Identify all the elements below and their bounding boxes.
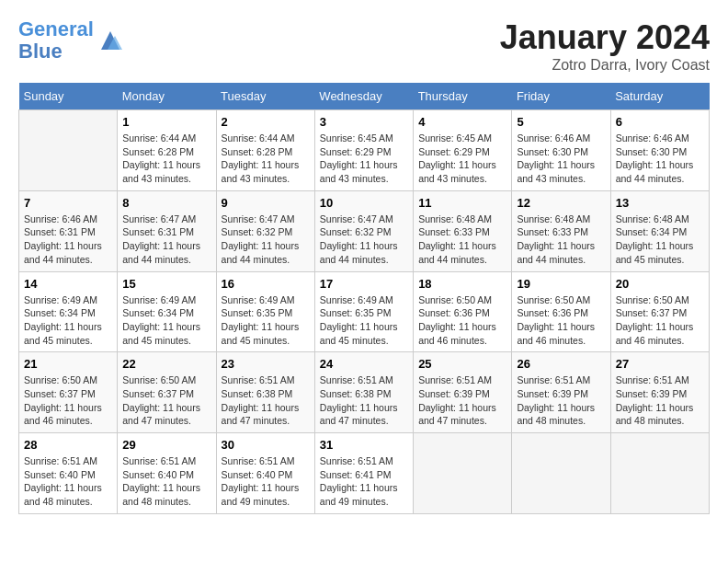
day-info: Sunrise: 6:49 AM Sunset: 6:34 PM Dayligh…: [24, 293, 112, 348]
day-number: 18: [418, 277, 506, 291]
day-info: Sunrise: 6:51 AM Sunset: 6:40 PM Dayligh…: [222, 454, 310, 509]
calendar-cell: 26Sunrise: 6:51 AM Sunset: 6:39 PM Dayli…: [512, 352, 610, 433]
day-number: 19: [517, 277, 605, 291]
header-day-wednesday: Wednesday: [314, 83, 413, 110]
calendar-cell: 12Sunrise: 6:48 AM Sunset: 6:33 PM Dayli…: [512, 190, 610, 271]
day-number: 12: [517, 196, 605, 210]
day-info: Sunrise: 6:44 AM Sunset: 6:28 PM Dayligh…: [122, 132, 210, 186]
day-number: 11: [418, 196, 506, 210]
calendar-cell: 28Sunrise: 6:51 AM Sunset: 6:40 PM Dayli…: [19, 433, 118, 514]
day-number: 25: [418, 357, 506, 371]
header-day-saturday: Saturday: [610, 83, 709, 110]
day-number: 9: [222, 196, 310, 210]
day-info: Sunrise: 6:51 AM Sunset: 6:38 PM Dayligh…: [320, 373, 408, 428]
page-header: GeneralBlue January 2024 Zotro Darra, Iv…: [18, 18, 710, 74]
day-info: Sunrise: 6:45 AM Sunset: 6:29 PM Dayligh…: [418, 132, 506, 186]
day-info: Sunrise: 6:47 AM Sunset: 6:32 PM Dayligh…: [222, 213, 310, 267]
day-info: Sunrise: 6:51 AM Sunset: 6:40 PM Dayligh…: [24, 454, 112, 509]
day-number: 29: [122, 438, 210, 452]
calendar-cell: 30Sunrise: 6:51 AM Sunset: 6:40 PM Dayli…: [216, 433, 314, 514]
day-number: 28: [24, 438, 112, 452]
calendar-table: SundayMondayTuesdayWednesdayThursdayFrid…: [18, 83, 710, 514]
day-number: 7: [24, 196, 112, 210]
day-number: 2: [222, 115, 310, 129]
day-number: 26: [517, 357, 605, 371]
calendar-cell: [610, 433, 709, 514]
day-info: Sunrise: 6:50 AM Sunset: 6:36 PM Dayligh…: [418, 293, 506, 348]
main-title: January 2024: [500, 18, 710, 57]
calendar-cell: 24Sunrise: 6:51 AM Sunset: 6:38 PM Dayli…: [314, 352, 413, 433]
calendar-cell: 6Sunrise: 6:46 AM Sunset: 6:30 PM Daylig…: [610, 110, 709, 191]
calendar-cell: 15Sunrise: 6:49 AM Sunset: 6:34 PM Dayli…: [118, 271, 216, 352]
week-row-3: 14Sunrise: 6:49 AM Sunset: 6:34 PM Dayli…: [19, 271, 710, 352]
day-info: Sunrise: 6:45 AM Sunset: 6:29 PM Dayligh…: [320, 132, 408, 186]
day-number: 10: [320, 196, 408, 210]
subtitle: Zotro Darra, Ivory Coast: [500, 57, 710, 74]
day-number: 8: [122, 196, 210, 210]
day-number: 22: [122, 357, 210, 371]
title-section: January 2024 Zotro Darra, Ivory Coast: [500, 18, 710, 74]
day-number: 23: [222, 357, 310, 371]
day-number: 17: [320, 277, 408, 291]
calendar-cell: 23Sunrise: 6:51 AM Sunset: 6:38 PM Dayli…: [216, 352, 314, 433]
day-info: Sunrise: 6:50 AM Sunset: 6:36 PM Dayligh…: [517, 293, 605, 348]
day-number: 1: [122, 115, 210, 129]
day-info: Sunrise: 6:51 AM Sunset: 6:39 PM Dayligh…: [517, 373, 605, 428]
day-info: Sunrise: 6:44 AM Sunset: 6:28 PM Dayligh…: [222, 132, 310, 186]
calendar-cell: 3Sunrise: 6:45 AM Sunset: 6:29 PM Daylig…: [314, 110, 413, 191]
calendar-cell: 8Sunrise: 6:47 AM Sunset: 6:31 PM Daylig…: [118, 190, 216, 271]
calendar-cell: 2Sunrise: 6:44 AM Sunset: 6:28 PM Daylig…: [216, 110, 314, 191]
day-info: Sunrise: 6:50 AM Sunset: 6:37 PM Dayligh…: [24, 373, 112, 428]
week-row-4: 21Sunrise: 6:50 AM Sunset: 6:37 PM Dayli…: [19, 352, 710, 433]
calendar-cell: 22Sunrise: 6:50 AM Sunset: 6:37 PM Dayli…: [118, 352, 216, 433]
logo: GeneralBlue: [18, 18, 124, 63]
day-info: Sunrise: 6:47 AM Sunset: 6:32 PM Dayligh…: [320, 213, 408, 267]
calendar-cell: 18Sunrise: 6:50 AM Sunset: 6:36 PM Dayli…: [414, 271, 512, 352]
day-number: 31: [320, 438, 408, 452]
calendar-cell: 1Sunrise: 6:44 AM Sunset: 6:28 PM Daylig…: [118, 110, 216, 191]
day-info: Sunrise: 6:51 AM Sunset: 6:38 PM Dayligh…: [222, 373, 310, 428]
day-info: Sunrise: 6:50 AM Sunset: 6:37 PM Dayligh…: [616, 293, 704, 348]
logo-text: GeneralBlue: [18, 18, 94, 63]
calendar-cell: 31Sunrise: 6:51 AM Sunset: 6:41 PM Dayli…: [314, 433, 413, 514]
calendar-cell: 16Sunrise: 6:49 AM Sunset: 6:35 PM Dayli…: [216, 271, 314, 352]
day-number: 6: [616, 115, 704, 129]
day-number: 24: [320, 357, 408, 371]
header-day-monday: Monday: [118, 83, 216, 110]
calendar-cell: 4Sunrise: 6:45 AM Sunset: 6:29 PM Daylig…: [414, 110, 512, 191]
day-info: Sunrise: 6:51 AM Sunset: 6:40 PM Dayligh…: [122, 454, 210, 509]
day-number: 3: [320, 115, 408, 129]
week-row-1: 1Sunrise: 6:44 AM Sunset: 6:28 PM Daylig…: [19, 110, 710, 191]
day-info: Sunrise: 6:49 AM Sunset: 6:34 PM Dayligh…: [122, 293, 210, 348]
calendar-cell: 9Sunrise: 6:47 AM Sunset: 6:32 PM Daylig…: [216, 190, 314, 271]
header-row: SundayMondayTuesdayWednesdayThursdayFrid…: [19, 83, 710, 110]
day-info: Sunrise: 6:46 AM Sunset: 6:30 PM Dayligh…: [616, 132, 704, 186]
calendar-cell: 13Sunrise: 6:48 AM Sunset: 6:34 PM Dayli…: [610, 190, 709, 271]
week-row-2: 7Sunrise: 6:46 AM Sunset: 6:31 PM Daylig…: [19, 190, 710, 271]
day-info: Sunrise: 6:47 AM Sunset: 6:31 PM Dayligh…: [122, 213, 210, 267]
calendar-cell: 20Sunrise: 6:50 AM Sunset: 6:37 PM Dayli…: [610, 271, 709, 352]
day-info: Sunrise: 6:51 AM Sunset: 6:39 PM Dayligh…: [418, 373, 506, 428]
day-number: 15: [122, 277, 210, 291]
header-day-sunday: Sunday: [19, 83, 118, 110]
day-number: 16: [222, 277, 310, 291]
day-number: 20: [616, 277, 704, 291]
calendar-cell: 5Sunrise: 6:46 AM Sunset: 6:30 PM Daylig…: [512, 110, 610, 191]
day-number: 14: [24, 277, 112, 291]
day-number: 4: [418, 115, 506, 129]
day-info: Sunrise: 6:46 AM Sunset: 6:30 PM Dayligh…: [517, 132, 605, 186]
calendar-cell: 11Sunrise: 6:48 AM Sunset: 6:33 PM Dayli…: [414, 190, 512, 271]
day-info: Sunrise: 6:50 AM Sunset: 6:37 PM Dayligh…: [122, 373, 210, 428]
day-info: Sunrise: 6:48 AM Sunset: 6:34 PM Dayligh…: [616, 213, 704, 267]
calendar-cell: [19, 110, 118, 191]
day-info: Sunrise: 6:48 AM Sunset: 6:33 PM Dayligh…: [517, 213, 605, 267]
calendar-cell: 29Sunrise: 6:51 AM Sunset: 6:40 PM Dayli…: [118, 433, 216, 514]
logo-icon: [97, 27, 124, 54]
header-day-tuesday: Tuesday: [216, 83, 314, 110]
day-info: Sunrise: 6:48 AM Sunset: 6:33 PM Dayligh…: [418, 213, 506, 267]
day-info: Sunrise: 6:46 AM Sunset: 6:31 PM Dayligh…: [24, 213, 112, 267]
calendar-cell: 10Sunrise: 6:47 AM Sunset: 6:32 PM Dayli…: [314, 190, 413, 271]
day-info: Sunrise: 6:51 AM Sunset: 6:41 PM Dayligh…: [320, 454, 408, 509]
calendar-cell: [512, 433, 610, 514]
header-day-thursday: Thursday: [414, 83, 512, 110]
